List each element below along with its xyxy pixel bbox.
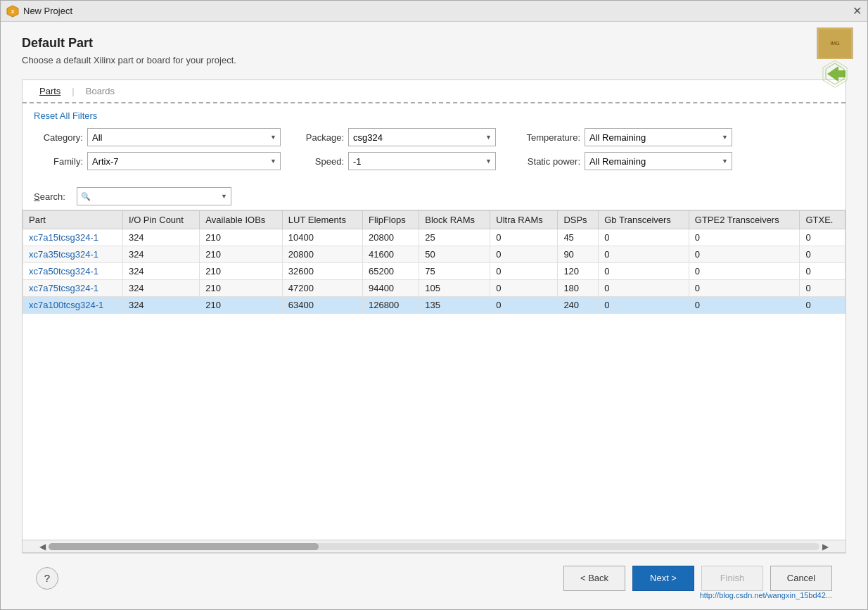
package-select[interactable]: csg324 <box>348 128 496 146</box>
table-cell: 180 <box>558 280 599 297</box>
category-label: Category: <box>34 132 83 143</box>
logo-corner: IMG <box>817 27 853 89</box>
close-icon[interactable]: ✕ <box>853 4 862 18</box>
table-cell: 324 <box>122 229 199 246</box>
table-cell: 20800 <box>362 229 419 246</box>
scroll-right-arrow[interactable]: ▶ <box>819 542 831 552</box>
table-cell: 324 <box>122 297 199 314</box>
temperature-select-wrapper: All Remaining <box>585 128 732 146</box>
filter-row-1: Category: All Package: csg324 <box>34 128 834 146</box>
static-power-select[interactable]: All Remaining <box>585 152 732 170</box>
table-cell: 324 <box>122 263 199 280</box>
parts-table-container: Part I/O Pin Count Available IOBs LUT El… <box>23 210 845 540</box>
table-cell: 47200 <box>282 280 362 297</box>
reset-filters-link[interactable]: Reset All Filters <box>34 110 97 121</box>
filter-static-power: Static power: All Remaining <box>510 152 732 170</box>
col-dsps: DSPs <box>558 211 599 229</box>
table-cell: 75 <box>419 263 490 280</box>
table-cell: 0 <box>490 297 558 314</box>
table-cell: 90 <box>558 246 599 263</box>
back-button[interactable]: < Back <box>563 566 625 591</box>
table-cell: 0 <box>800 280 845 297</box>
table-cell: 0 <box>689 280 800 297</box>
tab-boards[interactable]: Boards <box>76 80 125 102</box>
help-button[interactable]: ? <box>36 567 58 590</box>
table-cell: 0 <box>490 229 558 246</box>
table-row[interactable]: xc7a50tcsg324-13242103260065200750120000 <box>23 263 845 280</box>
table-cell: 0 <box>689 229 800 246</box>
temperature-label: Temperature: <box>510 132 580 143</box>
search-label: Search: <box>34 191 72 202</box>
part-name[interactable]: xc7a15tcsg324-1 <box>23 229 123 246</box>
table-cell: 210 <box>200 263 282 280</box>
table-cell: 0 <box>490 263 558 280</box>
table-cell: 0 <box>599 297 689 314</box>
titlebar: X New Project ✕ <box>1 1 867 22</box>
table-cell: 0 <box>689 297 800 314</box>
table-cell: 0 <box>490 280 558 297</box>
table-cell: 324 <box>122 280 199 297</box>
page-title: Default Part <box>22 36 846 51</box>
filter-row-2: Family: Artix-7 Speed: -1 <box>34 152 834 170</box>
search-wrapper: 🔍 <box>77 187 231 205</box>
col-part: Part <box>23 211 123 229</box>
cancel-button[interactable]: Cancel <box>770 566 832 591</box>
bottom-bar: ? < Back Next > Finish Cancel http://blo… <box>22 553 846 602</box>
family-select[interactable]: Artix-7 <box>87 152 281 170</box>
package-select-wrapper: csg324 <box>348 128 496 146</box>
category-select[interactable]: All <box>87 128 281 146</box>
static-power-select-wrapper: All Remaining <box>585 152 732 170</box>
hscroll-track <box>49 543 819 550</box>
speed-select-wrapper: -1 <box>348 152 496 170</box>
temperature-select[interactable]: All Remaining <box>585 128 732 146</box>
family-label: Family: <box>34 156 83 167</box>
speed-select[interactable]: -1 <box>348 152 496 170</box>
hscroll-thumb[interactable] <box>49 543 319 550</box>
table-cell: 210 <box>200 246 282 263</box>
search-icon: 🔍 <box>81 192 91 201</box>
filter-category: Category: All <box>34 128 281 146</box>
tab-parts[interactable]: Parts <box>30 80 70 102</box>
filter-temperature: Temperature: All Remaining <box>510 128 732 146</box>
part-name[interactable]: xc7a75tcsg324-1 <box>23 280 123 297</box>
status-link[interactable]: http://blog.csdn.net/wangxin_15bd42... <box>700 591 832 599</box>
window: X New Project ✕ IMG Default Part <box>0 0 868 610</box>
xilinx-icon: X <box>6 5 19 18</box>
table-cell: 105 <box>419 280 490 297</box>
table-cell: 63400 <box>282 297 362 314</box>
search-input[interactable] <box>77 187 231 205</box>
part-name[interactable]: xc7a100tcsg324-1 <box>23 297 123 314</box>
next-button[interactable]: Next > <box>632 566 694 591</box>
tab-divider: | <box>70 86 75 96</box>
content-area: IMG Default Part Choose a default Xilinx… <box>1 22 867 609</box>
table-cell: 50 <box>419 246 490 263</box>
project-thumbnail: IMG <box>817 27 853 59</box>
xilinx-logo-arrow <box>820 59 850 89</box>
main-panel: Parts | Boards Reset All Filters Categor… <box>22 80 846 553</box>
table-row[interactable]: xc7a15tcsg324-1324210104002080025045000 <box>23 229 845 246</box>
table-cell: 240 <box>558 297 599 314</box>
scroll-left-arrow[interactable]: ◀ <box>37 542 49 552</box>
table-row[interactable]: xc7a100tcsg324-1324210634001268001350240… <box>23 297 845 314</box>
col-gtxe: GTXE. <box>800 211 845 229</box>
family-select-wrapper: Artix-7 <box>87 152 281 170</box>
svg-text:IMG: IMG <box>830 41 839 46</box>
static-power-label: Static power: <box>510 156 580 167</box>
search-area: Search: 🔍 <box>23 183 845 210</box>
part-name[interactable]: xc7a35tcsg324-1 <box>23 246 123 263</box>
table-cell: 0 <box>800 263 845 280</box>
part-name[interactable]: xc7a50tcsg324-1 <box>23 263 123 280</box>
finish-button[interactable]: Finish <box>701 566 763 591</box>
table-cell: 135 <box>419 297 490 314</box>
table-cell: 0 <box>689 246 800 263</box>
table-cell: 210 <box>200 229 282 246</box>
table-cell: 20800 <box>282 246 362 263</box>
table-cell: 210 <box>200 280 282 297</box>
table-cell: 10400 <box>282 229 362 246</box>
table-row[interactable]: xc7a75tcsg324-13242104720094400105018000… <box>23 280 845 297</box>
table-cell: 0 <box>800 246 845 263</box>
table-cell: 210 <box>200 297 282 314</box>
speed-label: Speed: <box>295 156 344 167</box>
table-cell: 0 <box>599 280 689 297</box>
table-row[interactable]: xc7a35tcsg324-1324210208004160050090000 <box>23 246 845 263</box>
